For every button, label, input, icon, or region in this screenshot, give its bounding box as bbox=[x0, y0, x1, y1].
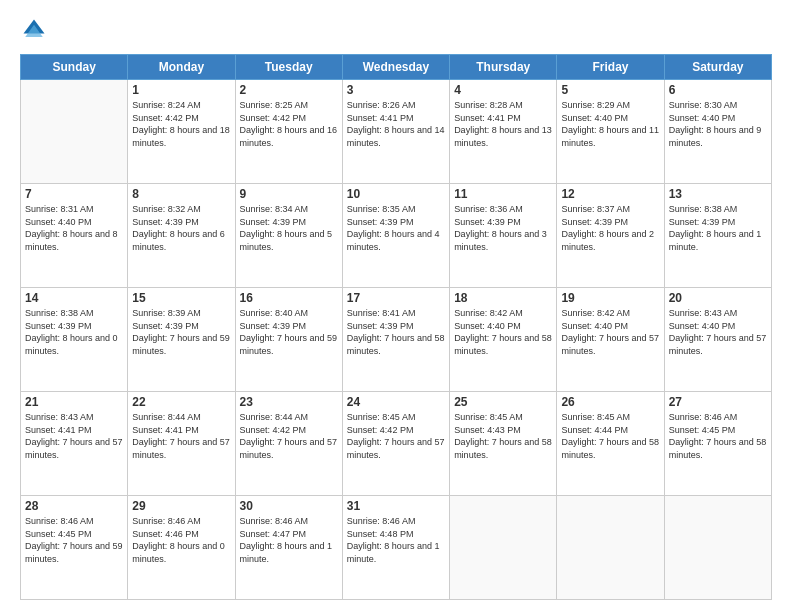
calendar-cell: 30Sunrise: 8:46 AMSunset: 4:47 PMDayligh… bbox=[235, 496, 342, 600]
cell-info: Sunrise: 8:45 AMSunset: 4:42 PMDaylight:… bbox=[347, 411, 445, 461]
calendar-cell: 27Sunrise: 8:46 AMSunset: 4:45 PMDayligh… bbox=[664, 392, 771, 496]
day-number: 29 bbox=[132, 499, 230, 513]
day-header-sunday: Sunday bbox=[21, 55, 128, 80]
cell-info: Sunrise: 8:38 AMSunset: 4:39 PMDaylight:… bbox=[25, 307, 123, 357]
cell-info: Sunrise: 8:45 AMSunset: 4:44 PMDaylight:… bbox=[561, 411, 659, 461]
calendar-cell bbox=[664, 496, 771, 600]
day-number: 20 bbox=[669, 291, 767, 305]
calendar-cell: 2Sunrise: 8:25 AMSunset: 4:42 PMDaylight… bbox=[235, 80, 342, 184]
day-number: 28 bbox=[25, 499, 123, 513]
day-number: 21 bbox=[25, 395, 123, 409]
calendar-cell: 11Sunrise: 8:36 AMSunset: 4:39 PMDayligh… bbox=[450, 184, 557, 288]
cell-info: Sunrise: 8:42 AMSunset: 4:40 PMDaylight:… bbox=[561, 307, 659, 357]
calendar-cell: 16Sunrise: 8:40 AMSunset: 4:39 PMDayligh… bbox=[235, 288, 342, 392]
cell-info: Sunrise: 8:46 AMSunset: 4:45 PMDaylight:… bbox=[669, 411, 767, 461]
calendar-cell: 3Sunrise: 8:26 AMSunset: 4:41 PMDaylight… bbox=[342, 80, 449, 184]
cell-info: Sunrise: 8:40 AMSunset: 4:39 PMDaylight:… bbox=[240, 307, 338, 357]
calendar-cell: 4Sunrise: 8:28 AMSunset: 4:41 PMDaylight… bbox=[450, 80, 557, 184]
cell-info: Sunrise: 8:43 AMSunset: 4:40 PMDaylight:… bbox=[669, 307, 767, 357]
day-header-friday: Friday bbox=[557, 55, 664, 80]
cell-info: Sunrise: 8:42 AMSunset: 4:40 PMDaylight:… bbox=[454, 307, 552, 357]
calendar-cell: 12Sunrise: 8:37 AMSunset: 4:39 PMDayligh… bbox=[557, 184, 664, 288]
logo bbox=[20, 16, 52, 44]
week-row-0: 1Sunrise: 8:24 AMSunset: 4:42 PMDaylight… bbox=[21, 80, 772, 184]
calendar-cell: 15Sunrise: 8:39 AMSunset: 4:39 PMDayligh… bbox=[128, 288, 235, 392]
day-number: 16 bbox=[240, 291, 338, 305]
day-number: 31 bbox=[347, 499, 445, 513]
calendar-cell: 17Sunrise: 8:41 AMSunset: 4:39 PMDayligh… bbox=[342, 288, 449, 392]
calendar-cell: 19Sunrise: 8:42 AMSunset: 4:40 PMDayligh… bbox=[557, 288, 664, 392]
calendar-cell: 14Sunrise: 8:38 AMSunset: 4:39 PMDayligh… bbox=[21, 288, 128, 392]
day-number: 22 bbox=[132, 395, 230, 409]
cell-info: Sunrise: 8:43 AMSunset: 4:41 PMDaylight:… bbox=[25, 411, 123, 461]
day-number: 11 bbox=[454, 187, 552, 201]
logo-icon bbox=[20, 16, 48, 44]
cell-info: Sunrise: 8:44 AMSunset: 4:42 PMDaylight:… bbox=[240, 411, 338, 461]
calendar-cell: 1Sunrise: 8:24 AMSunset: 4:42 PMDaylight… bbox=[128, 80, 235, 184]
week-row-3: 21Sunrise: 8:43 AMSunset: 4:41 PMDayligh… bbox=[21, 392, 772, 496]
calendar-cell: 29Sunrise: 8:46 AMSunset: 4:46 PMDayligh… bbox=[128, 496, 235, 600]
calendar-cell: 6Sunrise: 8:30 AMSunset: 4:40 PMDaylight… bbox=[664, 80, 771, 184]
day-number: 26 bbox=[561, 395, 659, 409]
week-row-2: 14Sunrise: 8:38 AMSunset: 4:39 PMDayligh… bbox=[21, 288, 772, 392]
week-row-4: 28Sunrise: 8:46 AMSunset: 4:45 PMDayligh… bbox=[21, 496, 772, 600]
cell-info: Sunrise: 8:29 AMSunset: 4:40 PMDaylight:… bbox=[561, 99, 659, 149]
cell-info: Sunrise: 8:35 AMSunset: 4:39 PMDaylight:… bbox=[347, 203, 445, 253]
day-number: 1 bbox=[132, 83, 230, 97]
cell-info: Sunrise: 8:39 AMSunset: 4:39 PMDaylight:… bbox=[132, 307, 230, 357]
day-header-wednesday: Wednesday bbox=[342, 55, 449, 80]
calendar-cell: 31Sunrise: 8:46 AMSunset: 4:48 PMDayligh… bbox=[342, 496, 449, 600]
day-number: 17 bbox=[347, 291, 445, 305]
calendar-cell: 7Sunrise: 8:31 AMSunset: 4:40 PMDaylight… bbox=[21, 184, 128, 288]
calendar-cell: 23Sunrise: 8:44 AMSunset: 4:42 PMDayligh… bbox=[235, 392, 342, 496]
day-number: 6 bbox=[669, 83, 767, 97]
calendar-cell: 26Sunrise: 8:45 AMSunset: 4:44 PMDayligh… bbox=[557, 392, 664, 496]
cell-info: Sunrise: 8:32 AMSunset: 4:39 PMDaylight:… bbox=[132, 203, 230, 253]
cell-info: Sunrise: 8:25 AMSunset: 4:42 PMDaylight:… bbox=[240, 99, 338, 149]
day-number: 30 bbox=[240, 499, 338, 513]
cell-info: Sunrise: 8:26 AMSunset: 4:41 PMDaylight:… bbox=[347, 99, 445, 149]
day-number: 4 bbox=[454, 83, 552, 97]
calendar-cell: 10Sunrise: 8:35 AMSunset: 4:39 PMDayligh… bbox=[342, 184, 449, 288]
cell-info: Sunrise: 8:30 AMSunset: 4:40 PMDaylight:… bbox=[669, 99, 767, 149]
day-number: 3 bbox=[347, 83, 445, 97]
day-number: 23 bbox=[240, 395, 338, 409]
day-number: 27 bbox=[669, 395, 767, 409]
day-header-monday: Monday bbox=[128, 55, 235, 80]
day-number: 13 bbox=[669, 187, 767, 201]
calendar-cell bbox=[557, 496, 664, 600]
day-number: 2 bbox=[240, 83, 338, 97]
day-number: 24 bbox=[347, 395, 445, 409]
day-number: 25 bbox=[454, 395, 552, 409]
cell-info: Sunrise: 8:46 AMSunset: 4:48 PMDaylight:… bbox=[347, 515, 445, 565]
calendar-cell bbox=[21, 80, 128, 184]
calendar-cell: 24Sunrise: 8:45 AMSunset: 4:42 PMDayligh… bbox=[342, 392, 449, 496]
week-row-1: 7Sunrise: 8:31 AMSunset: 4:40 PMDaylight… bbox=[21, 184, 772, 288]
calendar-cell: 22Sunrise: 8:44 AMSunset: 4:41 PMDayligh… bbox=[128, 392, 235, 496]
calendar-cell: 21Sunrise: 8:43 AMSunset: 4:41 PMDayligh… bbox=[21, 392, 128, 496]
day-number: 12 bbox=[561, 187, 659, 201]
day-number: 15 bbox=[132, 291, 230, 305]
day-number: 18 bbox=[454, 291, 552, 305]
cell-info: Sunrise: 8:37 AMSunset: 4:39 PMDaylight:… bbox=[561, 203, 659, 253]
calendar-cell: 28Sunrise: 8:46 AMSunset: 4:45 PMDayligh… bbox=[21, 496, 128, 600]
calendar-cell: 18Sunrise: 8:42 AMSunset: 4:40 PMDayligh… bbox=[450, 288, 557, 392]
header bbox=[20, 16, 772, 44]
cell-info: Sunrise: 8:44 AMSunset: 4:41 PMDaylight:… bbox=[132, 411, 230, 461]
calendar-cell: 5Sunrise: 8:29 AMSunset: 4:40 PMDaylight… bbox=[557, 80, 664, 184]
calendar-cell bbox=[450, 496, 557, 600]
calendar-cell: 25Sunrise: 8:45 AMSunset: 4:43 PMDayligh… bbox=[450, 392, 557, 496]
cell-info: Sunrise: 8:24 AMSunset: 4:42 PMDaylight:… bbox=[132, 99, 230, 149]
cell-info: Sunrise: 8:38 AMSunset: 4:39 PMDaylight:… bbox=[669, 203, 767, 253]
calendar-cell: 8Sunrise: 8:32 AMSunset: 4:39 PMDaylight… bbox=[128, 184, 235, 288]
day-number: 19 bbox=[561, 291, 659, 305]
calendar-cell: 13Sunrise: 8:38 AMSunset: 4:39 PMDayligh… bbox=[664, 184, 771, 288]
day-number: 9 bbox=[240, 187, 338, 201]
cell-info: Sunrise: 8:46 AMSunset: 4:47 PMDaylight:… bbox=[240, 515, 338, 565]
cell-info: Sunrise: 8:28 AMSunset: 4:41 PMDaylight:… bbox=[454, 99, 552, 149]
calendar-table: SundayMondayTuesdayWednesdayThursdayFrid… bbox=[20, 54, 772, 600]
day-number: 8 bbox=[132, 187, 230, 201]
cell-info: Sunrise: 8:46 AMSunset: 4:46 PMDaylight:… bbox=[132, 515, 230, 565]
day-header-tuesday: Tuesday bbox=[235, 55, 342, 80]
cell-info: Sunrise: 8:46 AMSunset: 4:45 PMDaylight:… bbox=[25, 515, 123, 565]
